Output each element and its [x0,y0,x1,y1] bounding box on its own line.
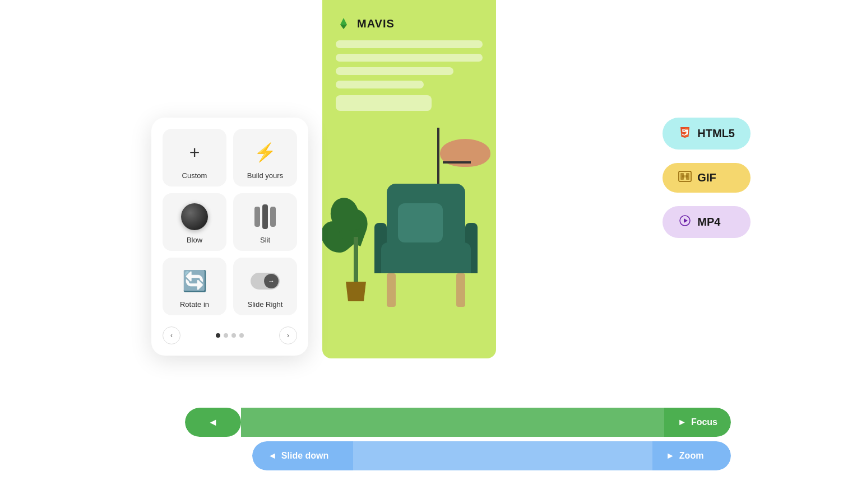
slit-icon-wrap [251,202,280,231]
mavis-logo-mark [336,16,351,31]
focus-icon: ► [678,417,687,427]
prev-page-button[interactable]: ‹ [163,326,180,344]
slit-bar-3 [270,207,276,227]
gif-badge[interactable]: GIF [663,163,751,193]
custom-label: Custom [182,171,207,180]
dot-1 [216,333,220,338]
slide-right-knob: → [264,274,279,288]
svg-marker-5 [684,218,688,223]
preview-header: MAVIS [322,0,496,40]
chair-seat [381,242,471,273]
slit-bar-2 [262,204,268,229]
anim-item-blow[interactable]: Blow [163,193,226,251]
mp4-label: MP4 [697,216,720,228]
rotate-icon: 🔄 [182,269,207,293]
build-yours-label: Build yours [247,171,283,180]
chair-scene [331,128,488,318]
cta-button-preview [336,95,432,111]
toolbar-center-1 [241,408,664,437]
anim-item-slit[interactable]: Slit [233,193,297,251]
pagination: ‹ › [163,326,297,344]
slide-down-icon: ◄ [268,451,277,461]
content-line-4 [336,81,424,88]
blow-icon-wrap [180,202,209,231]
preview-content-lines [322,40,496,88]
slide-down-label: Slide down [281,451,328,461]
zoom-button[interactable]: ► Zoom [652,441,731,470]
preview-card: MAVIS [322,0,496,358]
rotate-icon-wrap: 🔄 [180,267,209,296]
anim-item-custom[interactable]: + Custom [163,129,226,186]
slide-down-button[interactable]: ◄ Slide down [252,441,353,470]
rotate-in-label: Rotate in [180,300,209,309]
chair-leg-front-right [456,273,465,307]
toolbar-row-1: ◄ ► Focus [185,408,731,437]
svg-rect-3 [682,175,688,178]
dot-3 [231,333,236,338]
bolt-icon-wrap: ⚡ [251,138,280,167]
pagination-dots [216,333,244,338]
toolbar-center-2 [353,441,652,470]
custom-icon-wrap: + [180,138,209,167]
dot-2 [224,333,228,338]
toolbar-row-2: ◄ Slide down ► Zoom [252,441,731,470]
content-line-1 [336,40,483,48]
blow-icon [181,203,208,230]
anim-item-rotate-in[interactable]: 🔄 Rotate in [163,258,226,315]
mp4-icon [678,214,692,230]
dot-4 [239,333,244,338]
animation-panel: + Custom ⚡ Build yours Blow [151,118,308,356]
html5-icon [678,125,692,142]
mp4-badge[interactable]: MP4 [663,206,751,238]
lamp-arm [443,161,471,164]
gif-label: GIF [697,171,716,184]
plus-icon: + [189,143,200,161]
bolt-icon: ⚡ [254,142,276,163]
focus-button[interactable]: ► Focus [664,408,731,437]
blow-label: Blow [187,236,202,244]
slide-right-label: Slide Right [248,300,283,309]
next-page-button[interactable]: › [279,326,297,344]
zoom-icon: ► [666,451,675,461]
gif-icon [678,171,692,185]
chair-leg-front-left [387,273,396,307]
content-line-2 [336,54,483,62]
toolbar-prev-button[interactable]: ◄ [185,408,241,437]
animation-grid: + Custom ⚡ Build yours Blow [163,129,297,315]
zoom-label: Zoom [679,451,704,461]
focus-label: Focus [691,417,717,427]
toolbar-prev-icon: ◄ [208,417,218,428]
chair-area [322,116,496,318]
main-scene: + Custom ⚡ Build yours Blow [0,0,843,504]
plant-stem [354,237,358,282]
html5-label: HTML5 [697,127,735,140]
slit-icon [254,206,276,228]
anim-item-build-yours[interactable]: ⚡ Build yours [233,129,297,186]
format-badges: HTML5 GIF MP4 [663,118,751,238]
anim-item-slide-right[interactable]: → Slide Right [233,258,297,315]
slide-right-icon: → [251,273,280,290]
html5-badge[interactable]: HTML5 [663,118,751,150]
bottom-toolbar: ◄ ► Focus ◄ Slide down ► Zoom [185,408,731,470]
content-line-3 [336,67,453,75]
chair-cushion [398,203,443,242]
slit-label: Slit [260,236,270,244]
slide-right-icon-wrap: → [251,267,280,296]
plant-pot [345,282,367,301]
brand-name: MAVIS [357,17,395,30]
slit-bar-1 [254,207,260,227]
armchair [370,184,482,307]
